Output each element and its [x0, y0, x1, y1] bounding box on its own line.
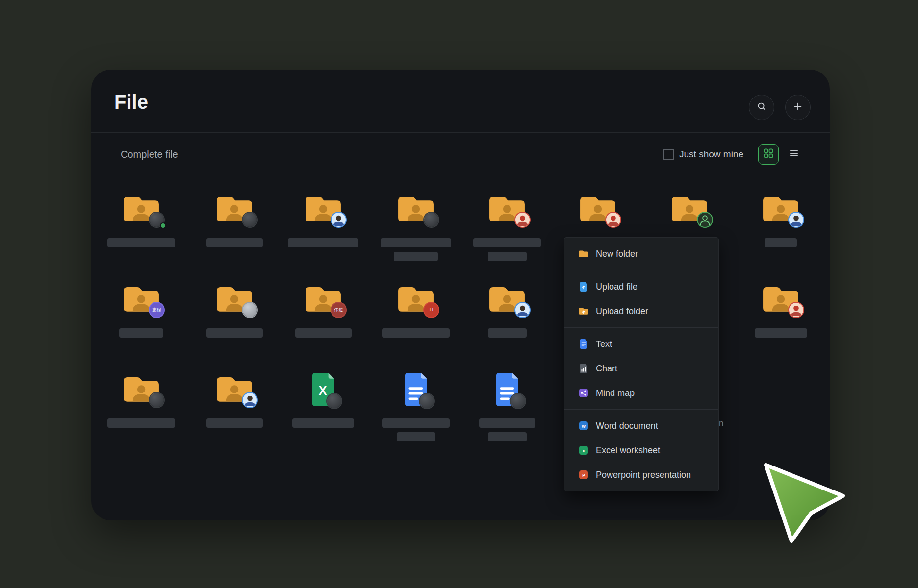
- folder-icon: [468, 189, 546, 228]
- skeleton-text-bar: [765, 238, 797, 247]
- girl-avatar: [789, 303, 803, 317]
- skeleton-text-bar: [381, 238, 451, 247]
- folder-icon: [650, 189, 729, 228]
- folder-icon: [468, 279, 546, 318]
- excel-item[interactable]: X: [284, 369, 362, 428]
- doc-item[interactable]: [468, 369, 546, 441]
- folder-icon: [741, 279, 820, 318]
- folder-item[interactable]: [741, 189, 820, 247]
- folder-yellow-icon: [578, 249, 589, 258]
- folder-item[interactable]: [377, 189, 455, 261]
- upload-folder-icon: [578, 307, 589, 316]
- skeleton-text-bar: [394, 252, 438, 261]
- weiduan-avatar: 伟短: [332, 303, 346, 317]
- folder-icon: [195, 369, 274, 409]
- partial-hidden-label: n: [719, 418, 723, 428]
- skeleton-text-bar: [397, 432, 435, 441]
- menu-item-chart[interactable]: Chart: [564, 356, 718, 381]
- doc-icon: [468, 369, 546, 409]
- folder-icon: 伟短: [284, 279, 362, 318]
- skeleton-text-bar: [755, 328, 807, 338]
- menu-item-label: Text: [596, 339, 612, 349]
- menu-item-label: Powerpoint presentation: [596, 470, 691, 480]
- folder-item[interactable]: [468, 189, 546, 261]
- girl-avatar: [606, 213, 620, 227]
- upload-file-icon: [578, 281, 589, 292]
- member-avatar: [698, 213, 712, 227]
- menu-item-powerpoint-presentation[interactable]: PPowerpoint presentation: [564, 463, 718, 487]
- mind-map-icon: [578, 388, 589, 398]
- globe-avatar: [420, 394, 434, 408]
- globe-avatar: [424, 213, 438, 227]
- folder-icon: 志程: [102, 279, 180, 318]
- menu-item-upload-file[interactable]: Upload file: [564, 274, 718, 299]
- menu-item-label: Upload folder: [596, 306, 648, 317]
- globe-avatar: [150, 393, 164, 407]
- folder-item[interactable]: [650, 189, 729, 238]
- folder-item[interactable]: 伟短: [284, 279, 362, 338]
- folder-item[interactable]: [284, 189, 362, 247]
- menu-item-word-document[interactable]: WWord document: [564, 414, 718, 438]
- skeleton-text-bar: [488, 252, 527, 261]
- folder-icon: [741, 189, 820, 228]
- girl-avatar: [515, 213, 530, 227]
- boy-avatar: [243, 393, 257, 407]
- folder-item[interactable]: [559, 189, 637, 238]
- menu-item-excel-worksheet[interactable]: xExcel worksheet: [564, 438, 718, 463]
- menu-item-label: Upload file: [596, 282, 638, 292]
- boy-avatar: [515, 303, 530, 317]
- folder-icon: LI: [377, 279, 455, 318]
- menu-item-text[interactable]: Text: [564, 332, 718, 356]
- folder-item[interactable]: [195, 369, 274, 428]
- online-status-dot: [161, 223, 165, 228]
- skeleton-text-bar: [382, 328, 450, 338]
- skeleton-text-bar: [206, 238, 263, 247]
- folder-item[interactable]: LI: [377, 279, 455, 338]
- zhicheng-avatar: 志程: [150, 303, 164, 317]
- skeleton-text-bar: [488, 432, 527, 441]
- menu-group: Text Chart Mind map: [564, 327, 718, 409]
- word-icon: W: [578, 421, 589, 431]
- menu-group: WWord document xExcel worksheet PPowerpo…: [564, 409, 718, 491]
- folder-item[interactable]: [195, 279, 274, 338]
- folder-item[interactable]: [102, 369, 180, 428]
- folder-icon: [377, 189, 455, 228]
- folder-icon: [102, 369, 180, 409]
- svg-text:x: x: [583, 448, 585, 453]
- skeleton-text-bar: [479, 418, 536, 428]
- powerpoint-icon: P: [578, 470, 589, 480]
- excel-icon: x: [578, 445, 589, 455]
- skeleton-text-bar: [288, 238, 358, 247]
- menu-item-mind-map[interactable]: Mind map: [564, 381, 718, 405]
- doc-item[interactable]: [377, 369, 455, 441]
- skeleton-text-bar: [382, 418, 450, 428]
- menu-item-new-folder[interactable]: New folder: [564, 242, 718, 266]
- folder-item[interactable]: [102, 189, 180, 247]
- menu-item-label: Mind map: [596, 388, 635, 398]
- skeleton-text-bar: [206, 328, 263, 338]
- globe-avatar: [243, 213, 257, 227]
- menu-item-label: Excel worksheet: [596, 445, 660, 456]
- create-context-menu: New folder Upload file Upload folder Tex…: [564, 237, 719, 491]
- globe-avatar: [327, 394, 341, 408]
- svg-text:X: X: [319, 384, 327, 397]
- gray-avatar: [243, 303, 257, 317]
- chart-icon: [578, 363, 589, 374]
- excel-icon: X: [284, 369, 362, 409]
- skeleton-text-bar: [295, 328, 352, 338]
- avatar-initials: 志程: [153, 308, 161, 312]
- folder-item[interactable]: [468, 279, 546, 338]
- folder-item[interactable]: [741, 279, 820, 338]
- folder-item[interactable]: 志程: [102, 279, 180, 338]
- skeleton-text-bar: [107, 238, 175, 247]
- folder-icon: [195, 189, 274, 228]
- menu-item-label: Word document: [596, 421, 658, 431]
- skeleton-text-bar: [292, 418, 354, 428]
- folder-icon: [102, 189, 180, 228]
- file-manager-window: File Complete file Just show mine: [91, 70, 830, 520]
- boy-avatar: [789, 213, 803, 227]
- li-avatar: LI: [424, 303, 438, 317]
- menu-item-upload-folder[interactable]: Upload folder: [564, 299, 718, 323]
- skeleton-text-bar: [488, 328, 527, 338]
- folder-item[interactable]: [195, 189, 274, 247]
